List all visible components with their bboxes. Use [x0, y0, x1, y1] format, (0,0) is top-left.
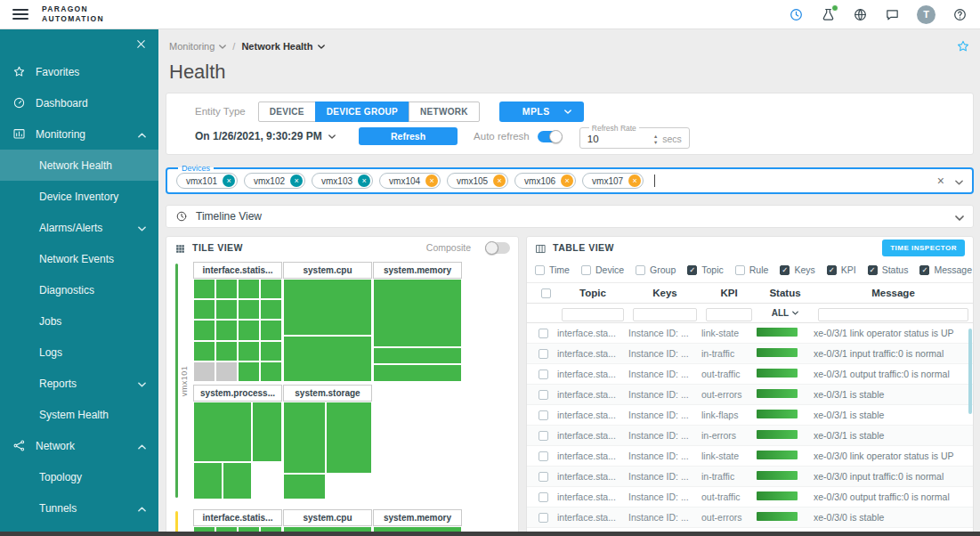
- group-select-button[interactable]: MPLS: [499, 102, 584, 122]
- tile[interactable]: [326, 402, 372, 474]
- table-row[interactable]: interface.sta...Instance ID: ...in-traff…: [527, 344, 973, 364]
- column-toggle-device[interactable]: Device: [581, 264, 624, 275]
- refresh-rate-input[interactable]: 10: [587, 134, 654, 144]
- table-row[interactable]: interface.sta...Instance ID: ...in-traff…: [527, 467, 973, 487]
- tile[interactable]: [193, 279, 215, 299]
- tile[interactable]: [215, 341, 238, 361]
- checkbox[interactable]: [539, 451, 548, 461]
- refresh-button[interactable]: Refresh: [359, 127, 458, 145]
- chip-remove-icon[interactable]: ×: [425, 175, 438, 187]
- sidebar-item-monitoring[interactable]: Monitoring: [0, 118, 158, 150]
- vertical-scrollbar-thumb[interactable]: [968, 329, 972, 414]
- checkbox[interactable]: ✓: [868, 265, 878, 275]
- time-inspector-button[interactable]: TIME INSPECTOR: [882, 240, 965, 256]
- tile[interactable]: [215, 279, 238, 299]
- tile[interactable]: [215, 320, 238, 340]
- column-toggle-time[interactable]: Time: [535, 264, 570, 275]
- tile[interactable]: [260, 279, 282, 299]
- chip-remove-icon[interactable]: ×: [358, 175, 370, 187]
- table-row[interactable]: interface.sta...Instance ID: ...out-erro…: [527, 385, 973, 405]
- flask-icon[interactable]: [821, 7, 836, 22]
- help-icon[interactable]: [952, 7, 968, 22]
- tile[interactable]: [373, 279, 462, 347]
- column-toggle-status[interactable]: ✓Status: [868, 264, 909, 275]
- tile[interactable]: [238, 361, 260, 382]
- checkbox[interactable]: [539, 390, 548, 400]
- row-checkbox[interactable]: [534, 390, 557, 400]
- user-avatar[interactable]: T: [917, 5, 935, 24]
- globe-icon[interactable]: [853, 7, 868, 22]
- tile[interactable]: [193, 361, 215, 382]
- sidebar-item-network[interactable]: Network: [0, 430, 158, 461]
- column-toggle-keys[interactable]: ✓Keys: [780, 264, 814, 275]
- checkbox[interactable]: [539, 370, 548, 379]
- checkbox[interactable]: [539, 513, 548, 523]
- tile[interactable]: [260, 341, 282, 361]
- entity-option-device[interactable]: DEVICE: [258, 102, 316, 122]
- table-row[interactable]: interface.sta...Instance ID: ...link-sta…: [527, 446, 973, 467]
- breadcrumb-current[interactable]: Network Health: [241, 41, 324, 52]
- column-toggle-group[interactable]: Group: [636, 264, 676, 275]
- tile[interactable]: [373, 347, 462, 365]
- sidebar-item-logs[interactable]: Logs: [0, 337, 158, 368]
- keys-filter-input[interactable]: [633, 308, 697, 321]
- tile[interactable]: [283, 474, 326, 499]
- sidebar-item-reports[interactable]: Reports: [0, 368, 158, 399]
- row-checkbox[interactable]: [534, 451, 557, 461]
- tile[interactable]: [215, 299, 238, 320]
- row-checkbox[interactable]: [534, 370, 557, 379]
- timeline-view-bar[interactable]: Timeline View: [166, 205, 974, 228]
- column-toggle-rule[interactable]: Rule: [735, 264, 769, 275]
- tile[interactable]: [238, 279, 260, 299]
- row-checkbox[interactable]: [534, 410, 557, 420]
- table-row[interactable]: interface.sta...Instance ID: ...in-error…: [527, 426, 973, 446]
- checkbox[interactable]: [581, 265, 591, 275]
- table-row[interactable]: interface.sta...Instance ID: ...out-traf…: [527, 364, 973, 385]
- select-all-checkbox[interactable]: [534, 288, 557, 298]
- chip-remove-icon[interactable]: ×: [223, 175, 235, 187]
- tile[interactable]: [193, 462, 223, 499]
- checkbox[interactable]: [541, 288, 551, 298]
- checkbox[interactable]: [535, 265, 545, 275]
- row-checkbox[interactable]: [534, 349, 557, 359]
- tile[interactable]: [283, 336, 372, 382]
- row-checkbox[interactable]: [534, 431, 557, 441]
- tile[interactable]: [260, 299, 282, 320]
- table-row[interactable]: interface.sta...Instance ID: ...link-fla…: [527, 405, 973, 426]
- sidebar-item-system-health[interactable]: System Health: [0, 399, 158, 430]
- message-filter-input[interactable]: [818, 308, 968, 321]
- checkbox[interactable]: [539, 329, 548, 338]
- checkbox[interactable]: [539, 472, 548, 482]
- sidebar-close-icon[interactable]: [135, 37, 147, 49]
- tile[interactable]: [238, 341, 260, 361]
- tile[interactable]: [223, 462, 252, 499]
- table-row[interactable]: interface.sta...Instance ID: ...out-erro…: [527, 508, 973, 528]
- sidebar-item-jobs[interactable]: Jobs: [0, 305, 158, 337]
- tile[interactable]: [215, 361, 238, 382]
- sidebar-item-network-health[interactable]: Network Health: [0, 150, 158, 181]
- tile[interactable]: [193, 299, 215, 320]
- checkbox[interactable]: ✓: [780, 265, 790, 275]
- tile[interactable]: [252, 462, 282, 499]
- sidebar-item-tunnels[interactable]: Tunnels: [0, 492, 158, 524]
- tile[interactable]: [193, 341, 215, 361]
- checkbox[interactable]: [539, 492, 548, 502]
- chip-remove-icon[interactable]: ×: [290, 175, 303, 187]
- tile[interactable]: [252, 402, 282, 462]
- sidebar-item-network-events[interactable]: Network Events: [0, 243, 158, 274]
- tile[interactable]: [326, 474, 372, 499]
- column-toggle-topic[interactable]: ✓Topic: [687, 264, 724, 275]
- sidebar-item-diagnostics[interactable]: Diagnostics: [0, 274, 158, 305]
- devices-clear-icon[interactable]: ×: [937, 175, 944, 187]
- table-row[interactable]: interface.sta...Instance ID: ...link-sta…: [527, 323, 973, 344]
- devices-dropdown-icon[interactable]: [955, 173, 963, 189]
- column-toggle-message[interactable]: ✓Message: [919, 264, 972, 275]
- sidebar-item-device-inventory[interactable]: Device Inventory: [0, 181, 158, 212]
- tile[interactable]: [193, 320, 215, 340]
- sidebar-item-topology[interactable]: Topology: [0, 461, 158, 492]
- row-checkbox[interactable]: [534, 513, 557, 523]
- chip-remove-icon[interactable]: ×: [493, 175, 506, 187]
- kpi-filter-input[interactable]: [706, 308, 752, 321]
- favorite-star-icon[interactable]: [956, 39, 970, 53]
- chip-remove-icon[interactable]: ×: [628, 175, 641, 187]
